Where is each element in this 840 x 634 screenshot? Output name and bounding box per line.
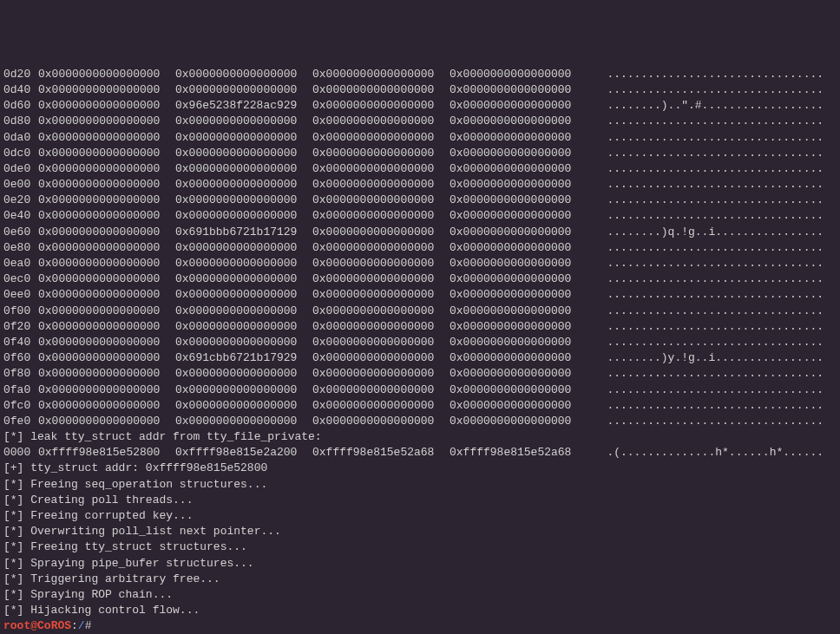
hex-col-2: 0x0000000000000000 (312, 366, 450, 382)
hex-col-0: 0x0000000000000000 (38, 335, 175, 350)
hex-ascii: ................................ (587, 382, 824, 398)
hex-ascii: ................................ (587, 177, 824, 193)
hex-row: 0d600x00000000000000000x96e5238f228ac929… (3, 98, 837, 114)
hex-col-3: 0x0000000000000000 (450, 67, 587, 82)
log-line: [*] Freeing seq_operation structures... (3, 477, 837, 493)
hex-offset: 0e00 (3, 177, 38, 193)
log-line: [*] Freeing corrupted key... (3, 508, 837, 524)
leak-header: [*] leak tty_struct addr from tty_file_p… (3, 429, 837, 445)
hex-ascii: ................................ (587, 130, 824, 146)
hex-col-0: 0x0000000000000000 (38, 382, 175, 398)
hex-col-3: 0x0000000000000000 (450, 208, 587, 224)
hex-ascii: ................................ (587, 256, 824, 271)
hex-col-2: 0xffff98e815e52a68 (312, 445, 450, 461)
hex-ascii: ................................ (587, 193, 824, 208)
hex-col-0: 0x0000000000000000 (38, 304, 175, 319)
hex-ascii: ........)y.!g..i................ (587, 350, 824, 366)
prompt-path: / (78, 619, 85, 632)
hex-col-1: 0x96e5238f228ac929 (175, 98, 312, 114)
log-line: [*] Hijacking control flow... (3, 603, 837, 618)
hex-col-0: 0x0000000000000000 (38, 350, 175, 366)
hex-col-1: 0x0000000000000000 (175, 256, 312, 271)
hex-col-0: 0x0000000000000000 (38, 240, 175, 256)
hex-col-3: 0x0000000000000000 (450, 82, 587, 98)
hex-ascii: ................................ (587, 304, 824, 319)
hex-col-3: 0x0000000000000000 (450, 350, 587, 366)
hex-offset: 0e20 (3, 193, 38, 208)
hex-offset: 0e80 (3, 240, 38, 256)
hex-col-1: 0x0000000000000000 (175, 414, 312, 429)
hex-ascii: ................................ (587, 146, 824, 161)
hex-offset: 0dc0 (3, 146, 38, 161)
hex-col-0: 0x0000000000000000 (38, 287, 175, 303)
hex-col-0: 0xffff98e815e52800 (38, 445, 175, 461)
hex-col-3: 0x0000000000000000 (450, 225, 587, 240)
hex-ascii: ................................ (587, 414, 824, 429)
hex-col-2: 0x0000000000000000 (312, 350, 450, 366)
hex-col-1: 0x0000000000000000 (175, 271, 312, 287)
hex-col-3: 0x0000000000000000 (450, 366, 587, 382)
hex-col-0: 0x0000000000000000 (38, 398, 175, 414)
hex-offset: 0f00 (3, 304, 38, 319)
hex-col-0: 0x0000000000000000 (38, 146, 175, 161)
hex-col-0: 0x0000000000000000 (38, 67, 175, 82)
hex-col-0: 0x0000000000000000 (38, 366, 175, 382)
hex-row: 0ec00x00000000000000000x0000000000000000… (3, 271, 837, 287)
prompt-user: root (3, 619, 30, 632)
hex-row: 00000xffff98e815e528000xffff98e815e2a200… (3, 445, 837, 461)
hex-offset: 0ea0 (3, 256, 38, 271)
hex-offset: 0f20 (3, 319, 38, 335)
hex-col-1: 0x0000000000000000 (175, 161, 312, 177)
hex-col-3: 0x0000000000000000 (450, 256, 587, 271)
terminal-output[interactable]: 0d200x00000000000000000x0000000000000000… (3, 67, 837, 634)
hex-ascii: ................................ (587, 335, 824, 350)
hex-col-3: 0x0000000000000000 (450, 414, 587, 429)
hex-col-1: 0x0000000000000000 (175, 67, 312, 82)
hex-col-0: 0x0000000000000000 (38, 319, 175, 335)
hex-col-1: 0x0000000000000000 (175, 208, 312, 224)
hex-row: 0e200x00000000000000000x0000000000000000… (3, 193, 837, 208)
log-line: [*] Spraying ROP chain... (3, 587, 837, 603)
hex-ascii: ................................ (587, 398, 824, 414)
hex-col-1: 0x0000000000000000 (175, 366, 312, 382)
shell-prompt[interactable]: root@CoROS:/# (3, 618, 837, 634)
hex-ascii: ................................ (587, 82, 824, 98)
hex-col-3: 0x0000000000000000 (450, 335, 587, 350)
hex-col-2: 0x0000000000000000 (312, 335, 450, 350)
hex-offset: 0ee0 (3, 287, 38, 303)
hex-ascii: ................................ (587, 366, 824, 382)
hex-col-0: 0x0000000000000000 (38, 161, 175, 177)
hex-col-2: 0x0000000000000000 (312, 208, 450, 224)
hex-col-2: 0x0000000000000000 (312, 382, 450, 398)
hex-col-2: 0x0000000000000000 (312, 256, 450, 271)
hex-col-1: 0x0000000000000000 (175, 287, 312, 303)
hex-col-3: 0x0000000000000000 (450, 146, 587, 161)
hex-row: 0d800x00000000000000000x0000000000000000… (3, 114, 837, 129)
log-line: [*] Freeing tty_struct structures... (3, 539, 837, 555)
hex-ascii: ................................ (587, 319, 824, 335)
hex-offset: 0da0 (3, 130, 38, 146)
hex-col-3: 0x0000000000000000 (450, 130, 587, 146)
hex-offset: 0fa0 (3, 382, 38, 398)
hex-col-0: 0x0000000000000000 (38, 256, 175, 271)
hex-col-3: 0x0000000000000000 (450, 382, 587, 398)
hex-offset: 0fc0 (3, 398, 38, 414)
hex-col-2: 0x0000000000000000 (312, 130, 450, 146)
prompt-colon: : (71, 619, 78, 632)
hex-ascii: ................................ (587, 287, 824, 303)
hex-row: 0d200x00000000000000000x0000000000000000… (3, 67, 837, 82)
hex-col-3: 0x0000000000000000 (450, 177, 587, 193)
hex-col-2: 0x0000000000000000 (312, 146, 450, 161)
hex-offset: 0e60 (3, 225, 38, 240)
hex-ascii: ................................ (587, 271, 824, 287)
log-line: [*] Triggering arbitrary free... (3, 572, 837, 587)
hex-col-1: 0x0000000000000000 (175, 319, 312, 335)
hex-col-0: 0x0000000000000000 (38, 225, 175, 240)
hex-row: 0e600x00000000000000000x691bbb6721b17129… (3, 225, 837, 240)
hex-col-0: 0x0000000000000000 (38, 177, 175, 193)
hex-col-2: 0x0000000000000000 (312, 161, 450, 177)
hex-row: 0f000x00000000000000000x0000000000000000… (3, 304, 837, 319)
tty-addr-line: [+] tty_struct addr: 0xffff98e815e52800 (3, 461, 837, 476)
hex-row: 0fc00x00000000000000000x0000000000000000… (3, 398, 837, 414)
hex-offset: 0ec0 (3, 271, 38, 287)
